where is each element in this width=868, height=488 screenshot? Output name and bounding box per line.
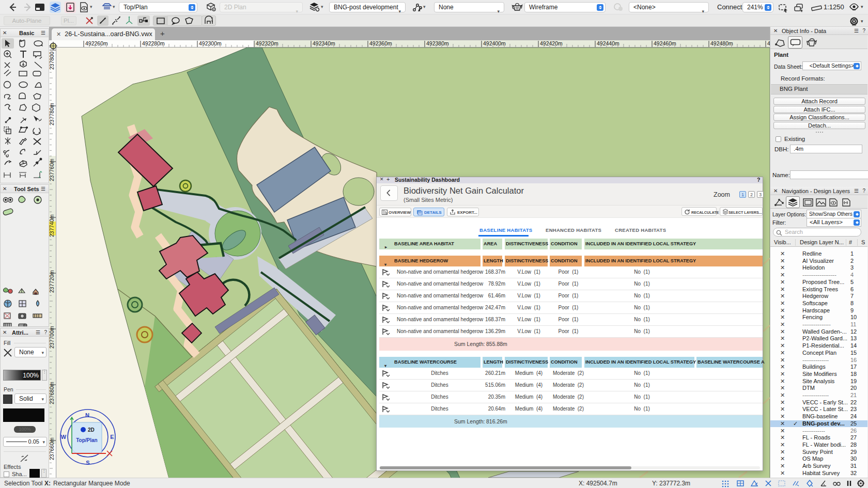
svg-text:492380m: 492380m <box>426 40 449 46</box>
svg-text:492320m: 492320m <box>256 40 278 46</box>
svg-text:237740m: 237740m <box>49 214 55 237</box>
svg-text:492260m: 492260m <box>85 40 108 46</box>
svg-text:492400m: 492400m <box>483 40 506 46</box>
svg-text:237720m: 237720m <box>49 270 55 293</box>
svg-text:E: E <box>110 434 114 440</box>
svg-text:492440m: 492440m <box>597 40 619 46</box>
svg-text:492280m: 492280m <box>142 40 165 46</box>
svg-text:237660m: 237660m <box>49 437 55 460</box>
svg-text:237760m: 237760m <box>49 159 55 181</box>
svg-text:2D: 2D <box>88 427 95 433</box>
svg-text:237680m: 237680m <box>49 382 55 404</box>
svg-text:492480m: 492480m <box>710 40 733 46</box>
svg-text:N: N <box>85 412 89 418</box>
svg-text:Top/Plan: Top/Plan <box>76 437 97 443</box>
svg-text:492360m: 492360m <box>369 40 392 46</box>
svg-text:W: W <box>61 434 67 440</box>
svg-text:492340m: 492340m <box>313 40 335 46</box>
svg-text:S: S <box>86 460 89 466</box>
svg-text:237780m: 237780m <box>49 103 55 125</box>
svg-text:492460m: 492460m <box>654 40 676 46</box>
svg-text:492420m: 492420m <box>540 40 563 46</box>
svg-text:237700m: 237700m <box>49 326 55 349</box>
svg-text:492300m: 492300m <box>199 40 222 46</box>
